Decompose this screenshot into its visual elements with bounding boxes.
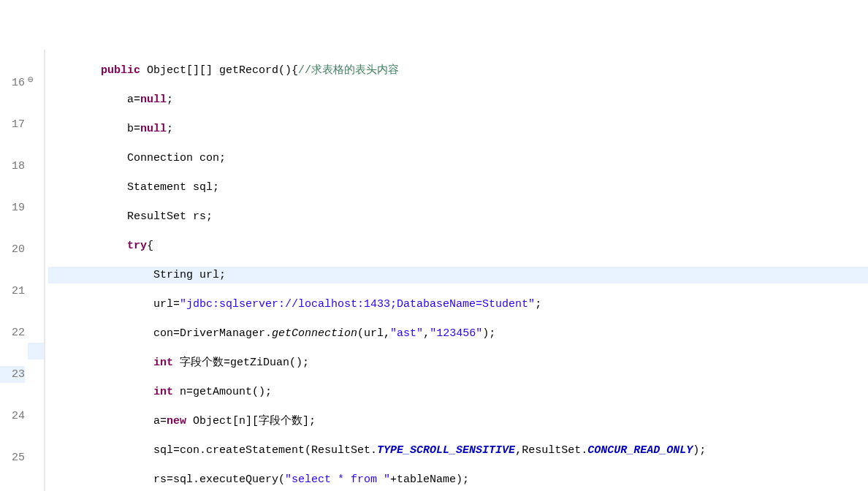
code-line[interactable]: b=null;: [48, 121, 868, 137]
code-line[interactable]: int 字段个数=getZiDuan();: [48, 354, 868, 371]
line-number: 18: [0, 158, 25, 175]
line-number: 23: [0, 366, 25, 383]
code-content[interactable]: public Object[][] getRecord(){//求表格的表头内容…: [45, 50, 868, 491]
line-number-gutter: 16 17 18 19 20 21 22 23 24 25 26 27 28 2…: [0, 50, 28, 491]
code-editor[interactable]: 16 17 18 19 20 21 22 23 24 25 26 27 28 2…: [0, 50, 868, 491]
code-line[interactable]: rs=sql.executeQuery("select * from "+tab…: [48, 471, 868, 488]
fold-marker: [28, 381, 44, 398]
code-line[interactable]: url="jdbc:sqlserver://localhost:1433;Dat…: [48, 296, 868, 313]
fold-marker: [28, 265, 44, 282]
line-number: 25: [0, 449, 25, 466]
code-line[interactable]: Connection con;: [48, 150, 868, 167]
line-number: 24: [0, 408, 25, 425]
line-number: 21: [0, 283, 25, 300]
code-line[interactable]: int n=getAmount();: [48, 384, 868, 400]
code-line-highlighted[interactable]: String url;: [48, 267, 868, 283]
code-line[interactable]: con=DriverManager.getConnection(url,"ast…: [48, 325, 868, 342]
fold-marker: [28, 110, 44, 127]
line-number: 16: [0, 75, 25, 91]
fold-marker: [28, 304, 44, 321]
fold-marker: [28, 149, 44, 166]
line-number: 20: [0, 241, 25, 258]
code-line[interactable]: a=null;: [48, 91, 868, 108]
code-line[interactable]: a=new Object[n][字段个数];: [48, 413, 868, 430]
line-number: 17: [0, 116, 25, 133]
fold-marker: [28, 343, 44, 359]
line-number: 19: [0, 199, 25, 216]
fold-marker: [28, 227, 44, 243]
fold-marker: [28, 459, 44, 476]
fold-marker: [28, 188, 44, 205]
fold-marker-gutter: ⊖: [28, 50, 44, 491]
code-line[interactable]: sql=con.createStatement(ResultSet.TYPE_S…: [48, 442, 868, 459]
code-line[interactable]: ResultSet rs;: [48, 208, 868, 225]
fold-marker: [28, 420, 44, 437]
code-line[interactable]: public Object[][] getRecord(){//求表格的表头内容: [48, 62, 868, 79]
code-line[interactable]: Statement sql;: [48, 179, 868, 196]
line-number: 22: [0, 324, 25, 341]
code-line[interactable]: try{: [48, 237, 868, 254]
fold-marker[interactable]: ⊖: [28, 72, 44, 88]
